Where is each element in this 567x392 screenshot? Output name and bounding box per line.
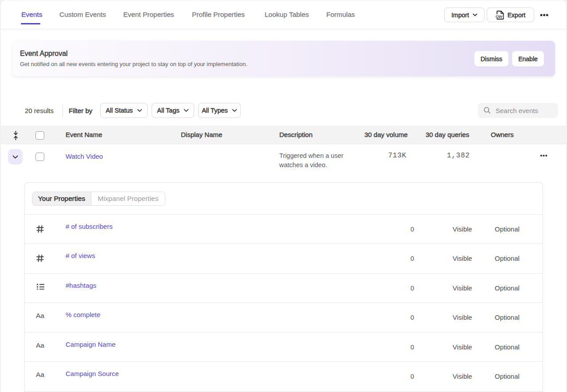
svg-text:CSV: CSV <box>496 15 503 19</box>
